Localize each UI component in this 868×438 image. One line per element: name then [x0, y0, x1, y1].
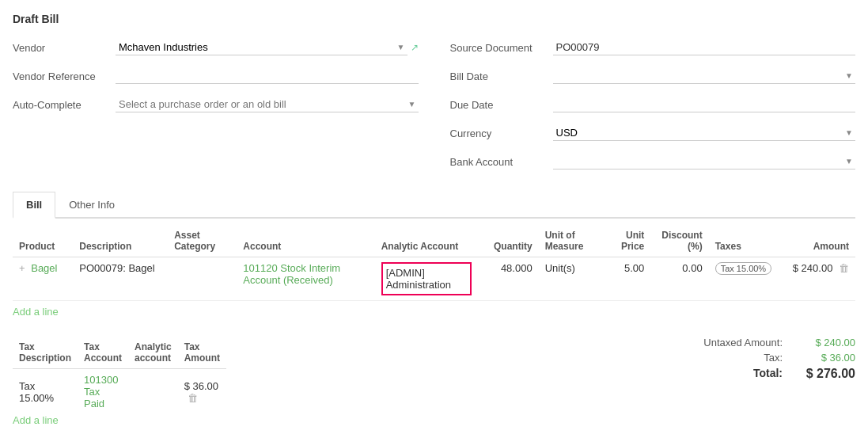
drag-handle-icon[interactable]: +	[19, 262, 25, 274]
tab-other-info[interactable]: Other Info	[55, 192, 128, 219]
vendor-reference-input[interactable]	[116, 68, 419, 84]
currency-label: Currency	[450, 128, 553, 139]
cell-unit-of-measure: Unit(s)	[539, 257, 599, 301]
account-link[interactable]: 101120 Stock Interim Account (Received)	[243, 262, 340, 286]
form-left-col: Vendor Mchaven Industries ▼ ↗ Vendor Ref…	[13, 36, 419, 179]
currency-dropdown-arrow[interactable]: ▼	[843, 128, 855, 137]
tax-cell-account: 101300 Tax Paid	[78, 369, 128, 415]
tab-bill[interactable]: Bill	[13, 192, 55, 219]
tax-col-description: Tax Description	[13, 337, 78, 369]
vendor-label: Vendor	[13, 42, 116, 54]
col-header-asset-category: AssetCategory	[168, 225, 237, 257]
tax-table-wrapper: Tax Description Tax Account Analytic acc…	[13, 337, 340, 426]
cell-discount: 0.00	[650, 257, 708, 301]
add-line-button[interactable]: Add a line	[13, 306, 59, 318]
auto-complete-value: ▼	[116, 97, 419, 112]
bill-date-dropdown-arrow[interactable]: ▼	[843, 71, 855, 80]
tax-cell-description: Tax 15.00%	[13, 369, 78, 415]
auto-complete-select[interactable]: ▼	[116, 97, 419, 112]
bill-date-input[interactable]	[553, 68, 843, 83]
due-date-input[interactable]	[553, 97, 856, 112]
analytic-account-highlighted[interactable]: [ADMIN] Administration	[381, 262, 472, 295]
tax-table-row: Tax 15.00% 101300 Tax Paid $ 36.00 🗑	[13, 369, 226, 415]
tax-badge: Tax 15.00%	[715, 262, 771, 275]
bill-table: Product Description AssetCategory Accoun…	[13, 225, 855, 301]
col-header-discount: Discount(%)	[650, 225, 708, 257]
vendor-row: Vendor Mchaven Industries ▼ ↗	[13, 36, 419, 59]
cell-unit-price: 5.00	[599, 257, 650, 301]
vendor-reference-value	[116, 68, 419, 84]
totals-section: Untaxed Amount: $ 240.00 Tax: $ 36.00 To…	[650, 337, 855, 384]
row-delete-icon[interactable]: 🗑	[839, 262, 849, 274]
vendor-dropdown-arrow[interactable]: ▼	[395, 43, 407, 51]
vendor-external-link-icon[interactable]: ↗	[411, 42, 419, 53]
bank-account-dropdown-arrow[interactable]: ▼	[843, 157, 855, 166]
vendor-select[interactable]: Mchaven Industries ▼	[116, 40, 407, 55]
col-header-description: Description	[73, 225, 168, 257]
col-header-unit-price: UnitPrice	[599, 225, 650, 257]
due-date-value	[553, 97, 856, 112]
auto-complete-dropdown-arrow[interactable]: ▼	[406, 100, 419, 109]
bank-account-input[interactable]	[553, 154, 843, 169]
col-header-account: Account	[237, 225, 374, 257]
bill-date-row: Bill Date ▼	[450, 65, 856, 87]
col-header-quantity: Quantity	[478, 225, 538, 257]
source-document-value: PO00079	[553, 40, 856, 55]
cell-product: + Bagel	[13, 257, 73, 301]
tax-col-analytic: Analytic account	[128, 337, 178, 369]
tax-row: Tax: $ 36.00	[650, 352, 855, 364]
cell-taxes: Tax 15.00%	[709, 257, 787, 301]
tax-table-header-row: Tax Description Tax Account Analytic acc…	[13, 337, 226, 369]
auto-complete-input[interactable]	[116, 97, 406, 112]
source-document-label: Source Document	[450, 42, 553, 54]
currency-select[interactable]: USD ▼	[553, 125, 856, 141]
bill-date-label: Bill Date	[450, 70, 553, 82]
total-label: Total:	[665, 367, 792, 381]
tabs-bar: Bill Other Info	[13, 192, 855, 219]
cell-quantity: 48.000	[478, 257, 538, 301]
currency-value: USD ▼	[553, 125, 856, 141]
tax-cell-amount: $ 36.00 🗑	[178, 369, 226, 415]
form-right-col: Source Document PO00079 Bill Date ▼ Due …	[450, 36, 856, 179]
tax-label: Tax:	[665, 352, 792, 364]
untaxed-amount-value: $ 240.00	[792, 337, 855, 348]
tax-table: Tax Description Tax Account Analytic acc…	[13, 337, 226, 414]
bill-table-section: Product Description AssetCategory Accoun…	[13, 225, 855, 318]
product-link[interactable]: Bagel	[31, 262, 57, 274]
due-date-row: Due Date	[450, 93, 856, 116]
add-line-tax-button[interactable]: Add a line	[13, 414, 340, 426]
col-header-taxes: Taxes	[709, 225, 787, 257]
cell-amount: $ 240.00 🗑	[787, 257, 855, 301]
tax-col-account: Tax Account	[78, 337, 128, 369]
bank-account-select[interactable]: ▼	[553, 154, 856, 169]
due-date-label: Due Date	[450, 99, 553, 111]
vendor-value-wrapper: Mchaven Industries ▼	[116, 40, 407, 55]
total-value: $ 276.00	[792, 367, 855, 381]
col-header-product: Product	[13, 225, 73, 257]
tax-account-link[interactable]: 101300 Tax Paid	[84, 374, 118, 409]
auto-complete-row: Auto-Complete ▼	[13, 93, 419, 116]
total-row: Total: $ 276.00	[650, 367, 855, 381]
source-document-input[interactable]: PO00079	[553, 40, 856, 55]
col-header-amount: Amount	[787, 225, 855, 257]
cell-account: 101120 Stock Interim Account (Received)	[237, 257, 374, 301]
tax-row-delete-icon[interactable]: 🗑	[188, 392, 198, 404]
bank-account-value: ▼	[553, 154, 856, 169]
table-row: + Bagel PO00079: Bagel 101120 Stock Inte…	[13, 257, 855, 301]
tax-summary-section: Tax Description Tax Account Analytic acc…	[13, 337, 855, 426]
col-header-analytic-account: Analytic Account	[375, 225, 479, 257]
cell-description: PO00079: Bagel	[73, 257, 168, 301]
page-title: Draft Bill	[13, 13, 855, 25]
form-section: Vendor Mchaven Industries ▼ ↗ Vendor Ref…	[13, 36, 855, 179]
untaxed-amount-label: Untaxed Amount:	[665, 337, 792, 348]
bank-account-row: Bank Account ▼	[450, 150, 856, 173]
vendor-input[interactable]: Mchaven Industries	[116, 40, 395, 55]
bank-account-label: Bank Account	[450, 156, 553, 168]
bill-date-select[interactable]: ▼	[553, 68, 856, 84]
tax-value: $ 36.00	[792, 352, 855, 364]
cell-analytic-account: [ADMIN] Administration	[375, 257, 479, 301]
table-header-row: Product Description AssetCategory Accoun…	[13, 225, 855, 257]
vendor-reference-label: Vendor Reference	[13, 70, 116, 82]
currency-input[interactable]: USD	[553, 125, 843, 140]
cell-asset-category	[168, 257, 237, 301]
